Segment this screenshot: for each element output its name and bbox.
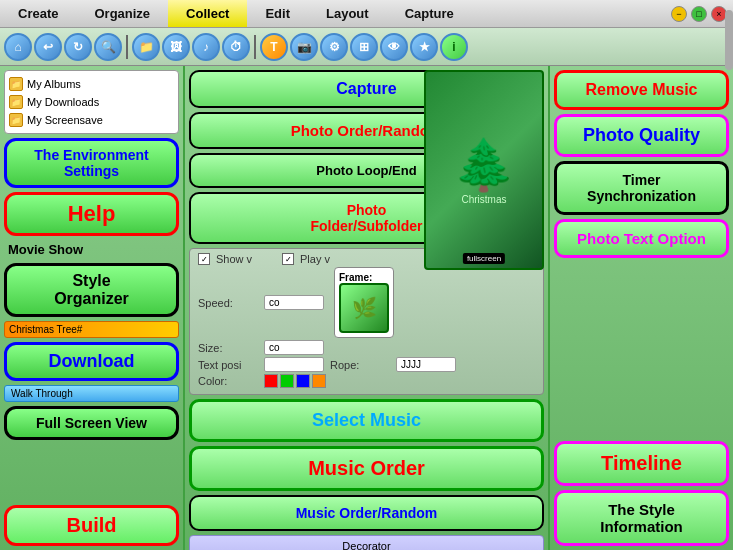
window-controls: − □ × — [671, 6, 733, 22]
decorator-label: Decorator — [342, 540, 390, 550]
rope-label: Rope: — [330, 359, 390, 371]
textpos-row: Text posi Rope: — [198, 357, 535, 372]
fullscreen-badge: fullscreen — [463, 253, 505, 264]
tree-label-downloads: My Downloads — [27, 96, 99, 108]
scroll-indicator[interactable] — [725, 10, 733, 70]
timer-sync-button[interactable]: TimerSynchronization — [554, 161, 729, 215]
toolbar-icon-star[interactable]: ★ — [410, 33, 438, 61]
menu-edit[interactable]: Edit — [247, 0, 308, 27]
size-row: Size: — [198, 340, 535, 355]
tree-item-albums[interactable]: 📁 My Albums — [9, 75, 174, 93]
full-screen-label: Full Screen View — [36, 415, 147, 431]
speed-label: Speed: — [198, 297, 258, 309]
maximize-button[interactable]: □ — [691, 6, 707, 22]
toolbar-divider-2 — [254, 35, 256, 59]
rope-input[interactable] — [396, 357, 456, 372]
photo-quality-button[interactable]: Photo Quality — [554, 114, 729, 157]
menu-organize[interactable]: Organize — [76, 0, 168, 27]
textpos-label: Text posi — [198, 359, 258, 371]
toolbar-icon-folder[interactable]: 📁 — [132, 33, 160, 61]
size-input[interactable] — [264, 340, 324, 355]
menu-capture[interactable]: Capture — [387, 0, 472, 27]
speed-input[interactable] — [264, 295, 324, 310]
show-checkbox[interactable]: ✓ — [198, 253, 210, 265]
toolbar-icon-text[interactable]: T — [260, 33, 288, 61]
toolbar-icon-image[interactable]: 🖼 — [162, 33, 190, 61]
minimize-button[interactable]: − — [671, 6, 687, 22]
timeline-button[interactable]: Timeline — [554, 441, 729, 486]
main-content: 📁 My Albums 📁 My Downloads 📁 My Screensa… — [0, 66, 733, 550]
toolbar-icon-home[interactable]: ⌂ — [4, 33, 32, 61]
toolbar-icon-timer[interactable]: ⏱ — [222, 33, 250, 61]
color-orange[interactable] — [312, 374, 326, 388]
build-label: Build — [67, 514, 117, 536]
toolbar-icon-info[interactable]: i — [440, 33, 468, 61]
music-order-label: Music Order — [308, 457, 425, 479]
size-label: Size: — [198, 342, 258, 354]
photo-folder-label: PhotoFolder/Subfolder — [311, 202, 423, 234]
style-organizer-button[interactable]: StyleOrganizer — [4, 263, 179, 317]
toolbar-icon-grid[interactable]: ⊞ — [350, 33, 378, 61]
menu-bar: Create Organize Collect Edit Layout Capt… — [0, 0, 733, 28]
music-order-random-button[interactable]: Music Order/Random — [189, 495, 544, 531]
frame-label: Frame: — [339, 272, 389, 283]
color-row: Color: — [198, 374, 535, 388]
toolbar-icon-refresh[interactable]: ↻ — [64, 33, 92, 61]
photo-loop-label: Photo Loop/End — [316, 163, 416, 178]
textpos-input[interactable] — [264, 357, 324, 372]
remove-music-label: Remove Music — [585, 81, 697, 98]
full-screen-button[interactable]: Full Screen View — [4, 406, 179, 440]
walk-through-label: Walk Through — [11, 388, 73, 399]
color-blue[interactable] — [296, 374, 310, 388]
timer-sync-label: TimerSynchronization — [587, 172, 696, 204]
toolbar-icon-back[interactable]: ↩ — [34, 33, 62, 61]
music-order-button[interactable]: Music Order — [189, 446, 544, 491]
play-checkbox[interactable]: ✓ — [282, 253, 294, 265]
build-button[interactable]: Build — [4, 505, 179, 546]
select-music-button[interactable]: Select Music — [189, 399, 544, 442]
photo-quality-label: Photo Quality — [583, 125, 700, 145]
decorator-panel: Decorator — [189, 535, 544, 550]
toolbar-icon-search[interactable]: 🔍 — [94, 33, 122, 61]
folder-icon-downloads: 📁 — [9, 95, 23, 109]
style-info-button[interactable]: The StyleInformation — [554, 490, 729, 546]
help-label: Help — [68, 201, 116, 226]
menu-create[interactable]: Create — [0, 0, 76, 27]
tree-label-screensave: My Screensave — [27, 114, 103, 126]
style-organizer-label: StyleOrganizer — [54, 272, 129, 307]
env-settings-button[interactable]: The EnvironmentSettings — [4, 138, 179, 188]
music-order-random-label: Music Order/Random — [296, 505, 438, 521]
toolbar-icon-music[interactable]: ♪ — [192, 33, 220, 61]
tree-label-albums: My Albums — [27, 78, 81, 90]
props-panel: ✓ Show v ✓ Play v Speed: Frame: 🌿 Size: — [189, 248, 544, 395]
walk-through-item[interactable]: Walk Through — [4, 385, 179, 402]
sidebar-tree: 📁 My Albums 📁 My Downloads 📁 My Screensa… — [4, 70, 179, 134]
photo-preview: 🌲 Christmas fullscreen — [424, 70, 544, 270]
photo-text-button[interactable]: Photo Text Option — [554, 219, 729, 258]
download-button[interactable]: Download — [4, 342, 179, 381]
movie-show-label: Movie Show — [4, 240, 179, 259]
sidebar: 📁 My Albums 📁 My Downloads 📁 My Screensa… — [0, 66, 185, 550]
toolbar-icon-eye[interactable]: 👁 — [380, 33, 408, 61]
toolbar: ⌂ ↩ ↻ 🔍 📁 🖼 ♪ ⏱ T 📷 ⚙ ⊞ 👁 ★ i — [0, 28, 733, 66]
folder-icon-screensave: 📁 — [9, 113, 23, 127]
color-red[interactable] — [264, 374, 278, 388]
toolbar-icon-camera[interactable]: 📷 — [290, 33, 318, 61]
select-music-label: Select Music — [312, 410, 421, 430]
christmas-label: Christmas Tree# — [9, 324, 82, 335]
remove-music-button[interactable]: Remove Music — [554, 70, 729, 110]
menu-layout[interactable]: Layout — [308, 0, 387, 27]
tree-item-screensave[interactable]: 📁 My Screensave — [9, 111, 174, 129]
toolbar-icon-settings[interactable]: ⚙ — [320, 33, 348, 61]
tree-item-downloads[interactable]: 📁 My Downloads — [9, 93, 174, 111]
help-button[interactable]: Help — [4, 192, 179, 236]
env-settings-label: The EnvironmentSettings — [34, 147, 148, 179]
color-green[interactable] — [280, 374, 294, 388]
frame-icon: 🌿 — [352, 296, 377, 320]
center-panel: 🌲 Christmas fullscreen Capture Photo Ord… — [185, 66, 548, 550]
menu-collect[interactable]: Collect — [168, 0, 247, 27]
timeline-label: Timeline — [601, 452, 682, 474]
photo-text-label: Photo Text Option — [577, 230, 706, 247]
frame-thumb[interactable]: 🌿 — [339, 283, 389, 333]
tree-item-christmas[interactable]: Christmas Tree# — [4, 321, 179, 338]
